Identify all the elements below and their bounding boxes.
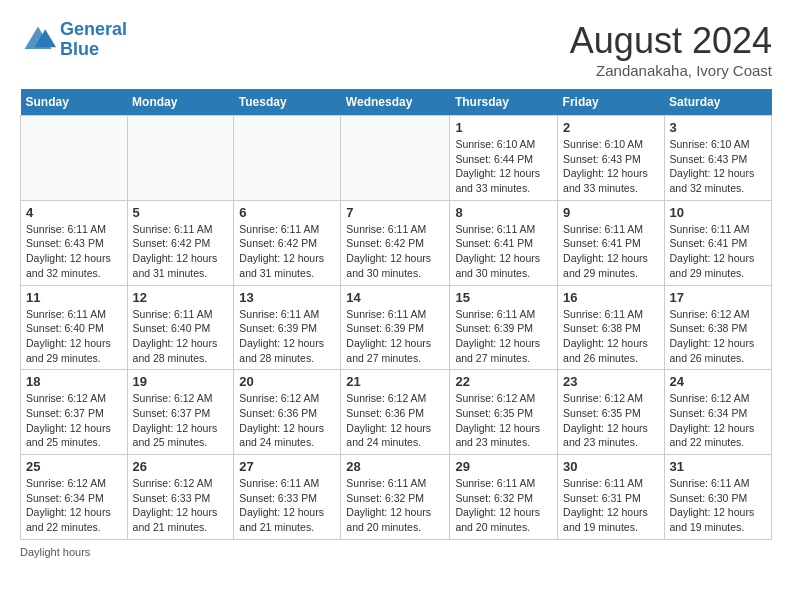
calendar-day-cell: 25Sunrise: 6:12 AMSunset: 6:34 PMDayligh…: [21, 455, 128, 540]
calendar-week-row: 11Sunrise: 6:11 AMSunset: 6:40 PMDayligh…: [21, 285, 772, 370]
day-info: Sunrise: 6:10 AMSunset: 6:44 PMDaylight:…: [455, 137, 552, 196]
calendar-day-cell: 15Sunrise: 6:11 AMSunset: 6:39 PMDayligh…: [450, 285, 558, 370]
day-info: Sunrise: 6:12 AMSunset: 6:35 PMDaylight:…: [455, 391, 552, 450]
calendar-day-cell: 24Sunrise: 6:12 AMSunset: 6:34 PMDayligh…: [664, 370, 772, 455]
calendar-day-cell: [234, 116, 341, 201]
logo-line1: General: [60, 19, 127, 39]
calendar-day-cell: 19Sunrise: 6:12 AMSunset: 6:37 PMDayligh…: [127, 370, 234, 455]
day-info: Sunrise: 6:11 AMSunset: 6:42 PMDaylight:…: [133, 222, 229, 281]
day-number: 24: [670, 374, 767, 389]
day-info: Sunrise: 6:11 AMSunset: 6:38 PMDaylight:…: [563, 307, 658, 366]
day-info: Sunrise: 6:11 AMSunset: 6:30 PMDaylight:…: [670, 476, 767, 535]
day-number: 21: [346, 374, 444, 389]
day-of-week-header: Monday: [127, 89, 234, 116]
calendar-week-row: 1Sunrise: 6:10 AMSunset: 6:44 PMDaylight…: [21, 116, 772, 201]
day-number: 9: [563, 205, 658, 220]
day-number: 27: [239, 459, 335, 474]
calendar-day-cell: 4Sunrise: 6:11 AMSunset: 6:43 PMDaylight…: [21, 200, 128, 285]
calendar-day-cell: 13Sunrise: 6:11 AMSunset: 6:39 PMDayligh…: [234, 285, 341, 370]
calendar-day-cell: 2Sunrise: 6:10 AMSunset: 6:43 PMDaylight…: [558, 116, 664, 201]
day-number: 5: [133, 205, 229, 220]
day-info: Sunrise: 6:11 AMSunset: 6:39 PMDaylight:…: [455, 307, 552, 366]
calendar-day-cell: 27Sunrise: 6:11 AMSunset: 6:33 PMDayligh…: [234, 455, 341, 540]
day-number: 19: [133, 374, 229, 389]
day-info: Sunrise: 6:10 AMSunset: 6:43 PMDaylight:…: [670, 137, 767, 196]
day-info: Sunrise: 6:12 AMSunset: 6:33 PMDaylight:…: [133, 476, 229, 535]
calendar-header-row: SundayMondayTuesdayWednesdayThursdayFrid…: [21, 89, 772, 116]
calendar-day-cell: 26Sunrise: 6:12 AMSunset: 6:33 PMDayligh…: [127, 455, 234, 540]
calendar-day-cell: 23Sunrise: 6:12 AMSunset: 6:35 PMDayligh…: [558, 370, 664, 455]
day-number: 12: [133, 290, 229, 305]
day-info: Sunrise: 6:11 AMSunset: 6:40 PMDaylight:…: [133, 307, 229, 366]
day-number: 2: [563, 120, 658, 135]
day-info: Sunrise: 6:11 AMSunset: 6:41 PMDaylight:…: [670, 222, 767, 281]
calendar-day-cell: 22Sunrise: 6:12 AMSunset: 6:35 PMDayligh…: [450, 370, 558, 455]
calendar-day-cell: 17Sunrise: 6:12 AMSunset: 6:38 PMDayligh…: [664, 285, 772, 370]
day-number: 17: [670, 290, 767, 305]
calendar-day-cell: 28Sunrise: 6:11 AMSunset: 6:32 PMDayligh…: [341, 455, 450, 540]
day-number: 4: [26, 205, 122, 220]
footer-text: Daylight hours: [20, 546, 90, 558]
calendar-week-row: 25Sunrise: 6:12 AMSunset: 6:34 PMDayligh…: [21, 455, 772, 540]
page-header: General Blue August 2024 Zandanakaha, Iv…: [20, 20, 772, 79]
day-of-week-header: Thursday: [450, 89, 558, 116]
day-number: 31: [670, 459, 767, 474]
day-number: 1: [455, 120, 552, 135]
day-of-week-header: Sunday: [21, 89, 128, 116]
calendar-day-cell: 7Sunrise: 6:11 AMSunset: 6:42 PMDaylight…: [341, 200, 450, 285]
logo-icon: [20, 22, 56, 58]
day-number: 29: [455, 459, 552, 474]
day-number: 28: [346, 459, 444, 474]
day-number: 11: [26, 290, 122, 305]
day-number: 15: [455, 290, 552, 305]
day-number: 6: [239, 205, 335, 220]
day-info: Sunrise: 6:12 AMSunset: 6:37 PMDaylight:…: [26, 391, 122, 450]
day-info: Sunrise: 6:11 AMSunset: 6:41 PMDaylight:…: [455, 222, 552, 281]
day-number: 3: [670, 120, 767, 135]
calendar-day-cell: 10Sunrise: 6:11 AMSunset: 6:41 PMDayligh…: [664, 200, 772, 285]
calendar-day-cell: 18Sunrise: 6:12 AMSunset: 6:37 PMDayligh…: [21, 370, 128, 455]
day-of-week-header: Tuesday: [234, 89, 341, 116]
day-number: 8: [455, 205, 552, 220]
day-number: 13: [239, 290, 335, 305]
calendar-day-cell: [21, 116, 128, 201]
calendar-day-cell: 16Sunrise: 6:11 AMSunset: 6:38 PMDayligh…: [558, 285, 664, 370]
day-info: Sunrise: 6:11 AMSunset: 6:41 PMDaylight:…: [563, 222, 658, 281]
day-number: 10: [670, 205, 767, 220]
calendar-day-cell: 11Sunrise: 6:11 AMSunset: 6:40 PMDayligh…: [21, 285, 128, 370]
calendar-day-cell: 9Sunrise: 6:11 AMSunset: 6:41 PMDaylight…: [558, 200, 664, 285]
day-number: 14: [346, 290, 444, 305]
calendar-day-cell: 3Sunrise: 6:10 AMSunset: 6:43 PMDaylight…: [664, 116, 772, 201]
day-info: Sunrise: 6:10 AMSunset: 6:43 PMDaylight:…: [563, 137, 658, 196]
footer: Daylight hours: [20, 546, 772, 558]
calendar-day-cell: 6Sunrise: 6:11 AMSunset: 6:42 PMDaylight…: [234, 200, 341, 285]
day-number: 26: [133, 459, 229, 474]
calendar-day-cell: [341, 116, 450, 201]
day-number: 20: [239, 374, 335, 389]
day-info: Sunrise: 6:12 AMSunset: 6:34 PMDaylight:…: [670, 391, 767, 450]
day-info: Sunrise: 6:12 AMSunset: 6:36 PMDaylight:…: [239, 391, 335, 450]
day-info: Sunrise: 6:11 AMSunset: 6:43 PMDaylight:…: [26, 222, 122, 281]
calendar-day-cell: 8Sunrise: 6:11 AMSunset: 6:41 PMDaylight…: [450, 200, 558, 285]
calendar-body: 1Sunrise: 6:10 AMSunset: 6:44 PMDaylight…: [21, 116, 772, 540]
day-info: Sunrise: 6:11 AMSunset: 6:32 PMDaylight:…: [346, 476, 444, 535]
calendar-day-cell: 5Sunrise: 6:11 AMSunset: 6:42 PMDaylight…: [127, 200, 234, 285]
day-number: 30: [563, 459, 658, 474]
day-info: Sunrise: 6:11 AMSunset: 6:42 PMDaylight:…: [346, 222, 444, 281]
logo-line2: Blue: [60, 39, 99, 59]
day-number: 22: [455, 374, 552, 389]
calendar-table: SundayMondayTuesdayWednesdayThursdayFrid…: [20, 89, 772, 540]
calendar-day-cell: 29Sunrise: 6:11 AMSunset: 6:32 PMDayligh…: [450, 455, 558, 540]
day-info: Sunrise: 6:12 AMSunset: 6:35 PMDaylight:…: [563, 391, 658, 450]
calendar-day-cell: 20Sunrise: 6:12 AMSunset: 6:36 PMDayligh…: [234, 370, 341, 455]
logo: General Blue: [20, 20, 127, 60]
calendar-day-cell: 30Sunrise: 6:11 AMSunset: 6:31 PMDayligh…: [558, 455, 664, 540]
calendar-day-cell: 21Sunrise: 6:12 AMSunset: 6:36 PMDayligh…: [341, 370, 450, 455]
month-title: August 2024: [570, 20, 772, 62]
day-info: Sunrise: 6:11 AMSunset: 6:39 PMDaylight:…: [346, 307, 444, 366]
location: Zandanakaha, Ivory Coast: [570, 62, 772, 79]
day-info: Sunrise: 6:11 AMSunset: 6:32 PMDaylight:…: [455, 476, 552, 535]
day-info: Sunrise: 6:12 AMSunset: 6:37 PMDaylight:…: [133, 391, 229, 450]
calendar-day-cell: 12Sunrise: 6:11 AMSunset: 6:40 PMDayligh…: [127, 285, 234, 370]
day-info: Sunrise: 6:12 AMSunset: 6:36 PMDaylight:…: [346, 391, 444, 450]
